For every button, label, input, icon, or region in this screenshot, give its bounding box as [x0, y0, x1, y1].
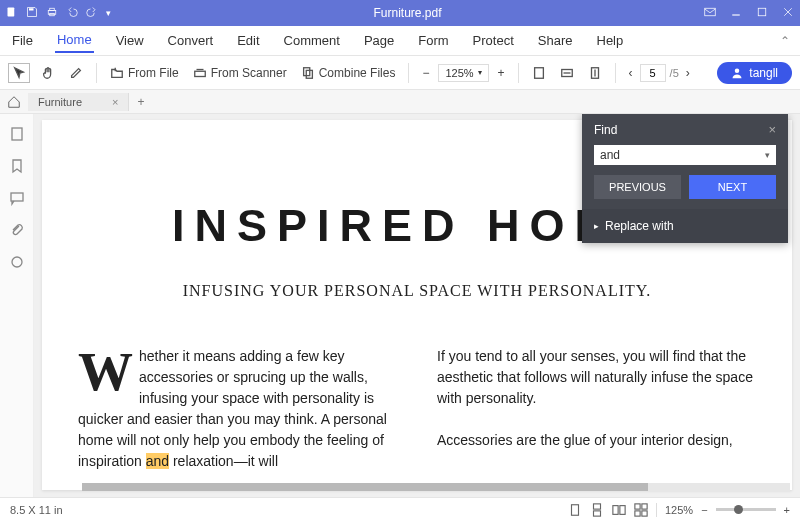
menu-share[interactable]: Share — [536, 29, 575, 52]
menu-help[interactable]: Help — [595, 29, 626, 52]
find-title: Find — [594, 123, 617, 137]
zoom-out-button[interactable]: − — [419, 63, 432, 83]
svg-rect-5 — [705, 8, 716, 16]
svg-rect-19 — [593, 503, 600, 508]
dropcap: W — [78, 350, 133, 394]
page-number-input[interactable] — [640, 64, 666, 82]
find-next-button[interactable]: NEXT — [689, 175, 776, 199]
edit-tool[interactable] — [66, 63, 86, 83]
home-tab-icon[interactable] — [0, 95, 28, 109]
menu-edit[interactable]: Edit — [235, 29, 261, 52]
fit-height-icon[interactable] — [585, 63, 605, 83]
svg-rect-23 — [635, 503, 640, 508]
window-title: Furniture.pdf — [111, 6, 704, 20]
hand-tool[interactable] — [38, 63, 58, 83]
svg-rect-15 — [12, 128, 22, 140]
svg-rect-21 — [613, 505, 618, 514]
page-total: /5 — [670, 67, 679, 79]
menu-home[interactable]: Home — [55, 28, 94, 53]
menu-convert[interactable]: Convert — [166, 29, 216, 52]
menu-comment[interactable]: Comment — [282, 29, 342, 52]
svg-rect-20 — [593, 510, 600, 515]
thumbnails-icon[interactable] — [9, 126, 25, 142]
add-tab-button[interactable]: + — [129, 95, 152, 109]
doc-subheading: INFUSING YOUR PERSONAL SPACE WITH PERSON… — [78, 282, 756, 300]
zoom-in-button[interactable]: + — [495, 63, 508, 83]
svg-rect-11 — [534, 67, 543, 78]
find-options-dropdown-icon[interactable]: ▾ — [765, 150, 770, 160]
app-logo-icon — [6, 6, 18, 21]
tab-label: Furniture — [38, 96, 82, 108]
chevron-right-icon: ▸ — [594, 221, 599, 231]
fit-page-icon[interactable] — [529, 63, 549, 83]
status-zoom-out[interactable]: − — [701, 504, 707, 516]
page-dimensions: 8.5 X 11 in — [10, 504, 63, 516]
attachments-icon[interactable] — [9, 222, 25, 238]
close-icon[interactable] — [782, 6, 794, 21]
search-highlight: and — [146, 453, 169, 469]
mail-icon[interactable] — [704, 6, 716, 21]
status-zoom: 125% — [665, 504, 693, 516]
select-tool[interactable] — [8, 63, 30, 83]
maximize-icon[interactable] — [756, 6, 768, 21]
find-input[interactable] — [600, 148, 765, 162]
find-panel: Find × ▾ PREVIOUS NEXT ▸ Replace with — [582, 114, 788, 243]
zoom-level[interactable]: 125%▾ — [438, 64, 488, 82]
svg-rect-22 — [620, 505, 625, 514]
replace-toggle[interactable]: ▸ Replace with — [582, 209, 788, 243]
fit-width-icon[interactable] — [557, 63, 577, 83]
svg-rect-16 — [11, 193, 23, 201]
print-icon[interactable] — [46, 6, 58, 21]
combine-files-button[interactable]: Combine Files — [298, 63, 399, 83]
shapes-icon[interactable] — [9, 254, 25, 270]
from-file-button[interactable]: From File — [107, 63, 182, 83]
menu-protect[interactable]: Protect — [471, 29, 516, 52]
horizontal-scrollbar[interactable] — [82, 483, 790, 491]
save-icon[interactable] — [26, 6, 38, 21]
redo-icon[interactable] — [86, 6, 98, 21]
two-page-view-icon[interactable] — [612, 503, 626, 517]
menu-form[interactable]: Form — [416, 29, 450, 52]
svg-rect-18 — [571, 504, 578, 515]
status-zoom-in[interactable]: + — [784, 504, 790, 516]
svg-rect-7 — [758, 8, 766, 16]
bookmarks-icon[interactable] — [9, 158, 25, 174]
document-tab[interactable]: Furniture × — [28, 93, 129, 111]
find-previous-button[interactable]: PREVIOUS — [594, 175, 681, 199]
doc-column-right: If you tend to all your senses, you will… — [437, 346, 756, 472]
svg-point-17 — [12, 257, 22, 267]
svg-rect-25 — [635, 510, 640, 515]
svg-rect-3 — [50, 8, 55, 10]
user-pill[interactable]: tangll — [717, 62, 792, 84]
menu-file[interactable]: File — [10, 29, 35, 52]
two-page-continuous-icon[interactable] — [634, 503, 648, 517]
prev-page-button[interactable]: ‹ — [626, 63, 636, 83]
menu-view[interactable]: View — [114, 29, 146, 52]
minimize-icon[interactable] — [730, 6, 742, 21]
from-scanner-button[interactable]: From Scanner — [190, 63, 290, 83]
svg-rect-26 — [642, 510, 647, 515]
next-page-button[interactable]: › — [683, 63, 693, 83]
single-page-view-icon[interactable] — [568, 503, 582, 517]
find-close-icon[interactable]: × — [768, 122, 776, 137]
comments-icon[interactable] — [9, 190, 25, 206]
svg-rect-0 — [8, 7, 15, 16]
menu-page[interactable]: Page — [362, 29, 396, 52]
zoom-slider[interactable] — [716, 508, 776, 511]
doc-column-left: Whether it means adding a few key access… — [78, 346, 397, 472]
ribbon-collapse-icon[interactable]: ⌃ — [780, 34, 790, 48]
undo-icon[interactable] — [66, 6, 78, 21]
tab-close-icon[interactable]: × — [112, 96, 118, 108]
continuous-view-icon[interactable] — [590, 503, 604, 517]
svg-point-14 — [735, 68, 740, 73]
svg-rect-8 — [194, 71, 205, 76]
svg-rect-24 — [642, 503, 647, 508]
svg-rect-1 — [29, 8, 34, 10]
